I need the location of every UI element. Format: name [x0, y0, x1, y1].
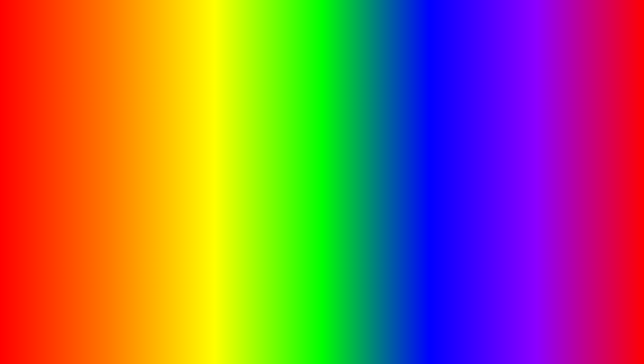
rnav-general[interactable]: General [424, 128, 437, 133]
kill-percent-label: Kill Percent for [ Mastery ] [67, 199, 123, 202]
nav-ui[interactable]: UI [159, 131, 165, 136]
auto-pole[interactable]: Auto Pole [506, 173, 583, 177]
fighting-styles-header: [ Fighting Styles ] [506, 137, 583, 141]
auto-active-buso-label: Auto Active Buso [131, 176, 154, 179]
right-col-fighting-styles: [ Fighting Styles ] Auto Death Step Auto… [504, 134, 585, 259]
auto-bartilo-quest[interactable]: Auto Bartilo Quest [506, 193, 583, 197]
auto-fully-saber[interactable]: Auto Fully Saber [506, 177, 583, 181]
auto-buy-legendary-btn[interactable]: Auto Buy Legendary Sword [127, 215, 183, 220]
auto-rejoin-label: Auto Rejoin when Kick [131, 172, 161, 176]
auto-farm-fruit-mastery[interactable]: Auto Farm Fruit Mastery [67, 190, 123, 194]
close-btn[interactable] [68, 126, 72, 129]
nav-automatics[interactable]: Automatics [81, 131, 99, 136]
bead [566, 68, 570, 72]
legendary-section: [ Legendary Sword/Haki ] [127, 210, 183, 214]
distance-y-track[interactable] [127, 199, 183, 201]
auto-factory-farm[interactable]: Auto Factory Farm [506, 209, 583, 213]
auto-buy-enhancement-btn[interactable]: Auto Buy Enhancement... [127, 220, 183, 225]
auto-farm-gun-mastery[interactable]: Auto Farm Gun Mastery [67, 194, 123, 198]
auto-train-obs-hop[interactable]: Auto Train Observation Hop [67, 225, 123, 229]
nav-visuals[interactable]: Visuals [99, 131, 112, 136]
auto-farm-ectoplasm[interactable]: Auto Farm Ectoplasm [506, 189, 583, 193]
skill-label: Skill [118, 187, 123, 190]
auto-dragon-talon[interactable]: Auto Dragon Talon [506, 158, 583, 162]
auto-death-step[interactable]: Auto Death Step [506, 142, 583, 146]
fast-attack-checkbox[interactable] [127, 184, 130, 187]
rnav-shop[interactable]: Shop [483, 128, 493, 133]
auto-farm-checkbox[interactable] [67, 149, 70, 152]
rnav-ui[interactable]: UI [516, 128, 522, 133]
auto-farm-bone[interactable]: Auto Farm Bone [425, 158, 502, 162]
hat-dot [150, 289, 153, 291]
character-sprite [292, 110, 352, 217]
auto-farm-rengoku[interactable]: Auto Farm Rengoku [506, 201, 583, 205]
min-btn[interactable] [74, 126, 77, 129]
close-btn-right[interactable] [425, 122, 429, 126]
auto-rejoin-checkbox[interactable] [127, 173, 130, 176]
ui-panel-left: Shadow Hu... General Automatics Visuals … [65, 124, 185, 264]
title-fruits: FRUITS [307, 7, 479, 56]
hat-dot [142, 289, 145, 291]
distance-x-track[interactable] [127, 193, 183, 195]
nav-combat[interactable]: Combat [112, 131, 125, 136]
auto-train-obs[interactable]: Auto Train Observation [67, 221, 123, 225]
auto-active-buso-row: Auto Active Buso [127, 176, 183, 179]
nav-misc[interactable]: Miscellaneous [136, 131, 158, 136]
nav-shop[interactable]: Shop [126, 131, 136, 136]
observation-section: [ Observation ] [67, 212, 123, 216]
auto-soul-guitar[interactable]: Auto Soul Guitar [425, 209, 502, 213]
auto-active-buso-checkbox[interactable] [127, 176, 130, 179]
auto-farm-boss-btn[interactable]: Auto Farm Boss [67, 179, 123, 184]
hat-dot [138, 289, 141, 291]
quest-label: Quest : CandyQuest1 | Level : 2 [67, 144, 123, 148]
delay-select[interactable]: 0.1 [127, 159, 183, 164]
nav-general[interactable]: General [67, 131, 80, 136]
divider2 [67, 185, 123, 185]
auto-swan-glasses[interactable]: Auto Swan Glasses [506, 197, 583, 201]
mastery-label: Mastery [67, 187, 78, 190]
auto-musketeer-hat[interactable]: Auto Musketeer Hat [425, 142, 502, 146]
auto-electric-claw[interactable]: Auto Electric Claw [506, 154, 583, 158]
char-leg-right [324, 172, 336, 205]
bead [571, 68, 575, 72]
auto-serpent-bow[interactable]: Auto Serpent Bow [425, 150, 502, 154]
auto-hallow-scythe[interactable]: Auto Hallow Scythe [425, 170, 502, 174]
auto-yama[interactable]: Auto Yama [425, 166, 502, 170]
auto-super-human[interactable]: Auto Super Human [506, 146, 583, 150]
auto-holy-torch[interactable]: Auto Holy Torch [425, 154, 502, 158]
rnav-combat[interactable]: Combat [469, 128, 482, 133]
distance-z-value: 0/100 [176, 202, 183, 205]
auto-ken-haki-v2[interactable]: Auto Ken-Haki V2 [425, 146, 502, 150]
auto-buddy-sword[interactable]: Auto Buddy Sword [425, 162, 502, 166]
auto-cavander[interactable]: Auto Cavander [425, 174, 502, 178]
rnav-visuals[interactable]: Visuals [456, 128, 469, 133]
divider-second-sea [506, 183, 583, 183]
auto-god-human[interactable]: Auto God Human [506, 162, 583, 166]
auto-cursed-dual-katana[interactable]: Auto Cursed Dual Katana [425, 205, 502, 209]
distance-z-track[interactable] [127, 205, 183, 207]
right-col-third-sea: [ Third Sea ] Auto Musketeer Hat Auto Ke… [423, 134, 504, 259]
auto-tushita[interactable]: Auto Tushita [425, 178, 502, 182]
auto-cake-prince[interactable]: Auto Cake Prince [425, 186, 502, 190]
bead [576, 68, 580, 72]
min-btn-right[interactable] [431, 122, 434, 126]
second-sea-header: [ Second Sea ] [506, 185, 583, 188]
weapon-select[interactable]: Melee [127, 149, 183, 154]
auto-rainbow-haki[interactable]: Auto Rainbow Haki [425, 194, 502, 198]
distance-x-label: Distance X [127, 190, 140, 193]
distance-x-value: 0/100 [176, 190, 183, 193]
hat-body [134, 275, 161, 293]
special-header: [ Special ] [425, 201, 502, 204]
auto-dark-dagger[interactable]: Auto Dark Dagger [425, 182, 502, 186]
auto-dark-beard[interactable]: Auto Dark Beard [506, 205, 583, 209]
boss-select[interactable]: -- [67, 167, 123, 172]
rnav-automatics[interactable]: Automatics [438, 128, 456, 133]
auto-sharkman-karate[interactable]: Auto Sharkman Karate [506, 150, 583, 154]
rnav-misc[interactable]: Miscellaneous [494, 128, 515, 133]
auto-farm-label: Auto Farm (Level) [71, 148, 95, 152]
auto-elite-hunter[interactable]: Auto Elite Hunter [425, 190, 502, 194]
beads-decoration [536, 68, 595, 72]
bring-monster-checkbox[interactable] [127, 180, 130, 183]
redeem-codes-btn[interactable]: Redeem x2 Codes [127, 164, 183, 169]
refresh-boss-btn[interactable]: Refresh Boss [67, 173, 123, 178]
